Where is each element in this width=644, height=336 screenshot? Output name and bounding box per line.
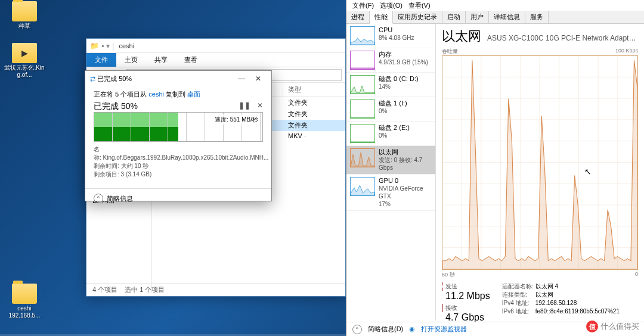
perf-item-mem[interactable]: 内存4.9/31.9 GB (15%)	[346, 48, 435, 73]
ribbon-tab-file[interactable]: 文件	[86, 53, 116, 67]
copy-title-percent: 50%	[119, 75, 132, 82]
perf-thumb-icon	[350, 75, 375, 94]
perf-thumb-icon	[350, 51, 375, 70]
folder-icon	[12, 284, 37, 304]
open-resmon-link[interactable]: 打开资源监视器	[421, 325, 467, 334]
col-header-type[interactable]: 类型	[283, 83, 345, 97]
status-item-count: 4 个项目	[92, 285, 117, 294]
tab-0[interactable]: 进程	[346, 11, 370, 23]
copy-filename: King.of.Beggars.1992.BluRay.1080p.x265.1…	[103, 154, 269, 161]
ribbon-tab-home[interactable]: 主页	[116, 53, 146, 67]
copy-description: 正在将 5 个项目从 ceshi 复制到 桌面	[94, 90, 263, 99]
status-selected-count: 选中 1 个项目	[125, 285, 165, 294]
speed-label: 速度: 551 MB/秒	[213, 115, 260, 125]
copy-titlebar[interactable]: ⇄ 已完成 50% — ✕	[85, 71, 271, 86]
chart-label-tr: 100 Kbps	[615, 48, 638, 55]
tab-4[interactable]: 用户	[466, 11, 489, 23]
minimize-button[interactable]: —	[233, 74, 250, 83]
desktop-icon-label: 种草	[4, 23, 45, 30]
perf-thumb-icon	[350, 26, 375, 45]
status-bar: 4 个项目 选中 1 个项目	[86, 283, 345, 296]
progress-label: 已完成	[94, 101, 119, 111]
menu-options[interactable]: 选项(O)	[377, 1, 405, 10]
desktop-icon-folder[interactable]: 种草	[4, 1, 45, 30]
brief-info-label: 简略信息	[107, 194, 133, 203]
menu-bar: 文件(F) 选项(O) 查看(V)	[346, 0, 644, 11]
chevron-up-icon: ⌃	[94, 194, 103, 203]
folder-icon	[12, 1, 37, 21]
folder-icon: 📁	[90, 42, 99, 50]
meta-row: IPv4 地址:192.168.50.128	[502, 299, 620, 307]
progress-chart: 速度: 551 MB/秒	[94, 112, 263, 142]
performance-detail: 以太网 ASUS XG-C100C 10G PCI-E Network Adap…	[436, 24, 644, 321]
chevron-up-icon: ⌃	[352, 325, 362, 334]
copy-icon: ⇄	[90, 75, 95, 83]
pin-icon: ▪	[101, 42, 104, 50]
resmon-icon: ◉	[409, 325, 415, 333]
tab-5[interactable]: 详细信息	[489, 11, 525, 23]
ribbon-tab-view[interactable]: 查看	[176, 53, 206, 67]
send-value: 11.2 Mbps	[442, 291, 490, 301]
task-manager-window: 文件(F) 选项(O) 查看(V) 进程性能应用历史记录启动用户详细信息服务 C…	[346, 0, 644, 336]
throughput-chart	[442, 55, 638, 270]
perf-item-gpu[interactable]: GPU 0NVIDIA GeForce GTX 17%	[346, 175, 435, 211]
chart-label-tl: 吞吐量	[442, 48, 458, 55]
tab-strip: 进程性能应用历史记录启动用户详细信息服务	[346, 11, 644, 24]
pause-button[interactable]: ❚❚	[239, 101, 250, 110]
perf-thumb-icon	[350, 124, 375, 143]
meta-row: 适配器名称:以太网 4	[502, 282, 620, 291]
close-button[interactable]: ✕	[250, 74, 267, 83]
ribbon-tab-share[interactable]: 共享	[146, 53, 176, 67]
perf-item-disk0[interactable]: 磁盘 0 (C: D:)14%	[346, 73, 435, 97]
perf-thumb-icon	[350, 177, 375, 196]
copy-source-link[interactable]: ceshi	[148, 91, 164, 98]
meta-row: 连接类型:以太网	[502, 291, 620, 299]
window-title: ceshi	[119, 42, 134, 49]
tab-3[interactable]: 启动	[442, 11, 466, 23]
menu-view[interactable]: 查看(V)	[406, 1, 433, 10]
copy-items-remaining: 3 (3.14 GB)	[121, 171, 152, 178]
network-meta: 适配器名称:以太网 4连接类型:以太网IPv4 地址:192.168.50.12…	[502, 282, 620, 323]
copy-progress-dialog: ⇄ 已完成 50% — ✕ 正在将 5 个项目从 ceshi 复制到 桌面 ❚❚…	[85, 70, 272, 201]
send-label: 发送	[442, 282, 490, 291]
copy-time-remaining: 大约 10 秒	[121, 163, 149, 169]
copy-title-prefix: 已完成	[97, 74, 117, 83]
qat-icons: 📁 ▪ ▾ |	[90, 42, 114, 50]
video-icon: ▶	[12, 43, 37, 63]
desktop-icon-label: 武状元苏乞.King.of...	[4, 64, 45, 79]
progress-percent: 50%	[121, 101, 138, 111]
perf-item-disk2[interactable]: 磁盘 2 (E:)0%	[346, 122, 435, 146]
brief-info-toggle[interactable]: ⌃ 简略信息	[85, 188, 271, 208]
brief-info-link[interactable]: 简略信息(D)	[368, 325, 403, 334]
cancel-button[interactable]: ✕	[257, 101, 263, 110]
perf-item-cpu[interactable]: CPU8% 4.08 GHz	[346, 24, 435, 48]
recv-label: 接收	[442, 304, 490, 312]
desktop-icon-label: ceshi 192.168.5...	[4, 305, 45, 319]
desktop-icon-video[interactable]: ▶ 武状元苏乞.King.of...	[4, 43, 45, 79]
perf-item-disk1[interactable]: 磁盘 1 (I:)0%	[346, 97, 435, 122]
watermark: 值 什么值得买	[586, 321, 639, 332]
copy-details: 名称: King.of.Beggars.1992.BluRay.1080p.x2…	[94, 145, 263, 179]
chart-label-bl: 60 秒	[442, 271, 455, 279]
menu-file[interactable]: 文件(F)	[350, 1, 376, 10]
ribbon: 文件 主页 共享 查看	[86, 53, 345, 67]
desktop-icon-network-folder[interactable]: ceshi 192.168.5...	[4, 284, 45, 319]
chevron-down-icon[interactable]: ▾	[106, 42, 110, 50]
performance-list: CPU8% 4.08 GHz内存4.9/31.9 GB (15%)磁盘 0 (C…	[346, 24, 436, 321]
tab-2[interactable]: 应用历史记录	[393, 11, 442, 23]
perf-item-eth[interactable]: 以太网发送: 0 接收: 4.7 Gbps	[346, 146, 435, 175]
meta-row: IPv6 地址:fe80::8c4e:6119:80b5:5c07%21	[502, 307, 620, 316]
perf-thumb-icon	[350, 148, 375, 167]
perf-thumb-icon	[350, 99, 375, 119]
tab-1[interactable]: 性能	[370, 11, 393, 24]
tab-6[interactable]: 服务	[525, 11, 549, 23]
copy-dest-link[interactable]: 桌面	[187, 91, 200, 98]
detail-title: 以太网	[442, 27, 481, 45]
chart-label-br: 0	[635, 271, 638, 279]
adapter-name: ASUS XG-C100C 10G PCI-E Network Adapter …	[487, 34, 638, 42]
explorer-titlebar[interactable]: 📁 ▪ ▾ | ceshi	[86, 39, 345, 53]
watermark-badge-icon: 值	[586, 321, 598, 332]
watermark-text: 什么值得买	[600, 321, 639, 332]
